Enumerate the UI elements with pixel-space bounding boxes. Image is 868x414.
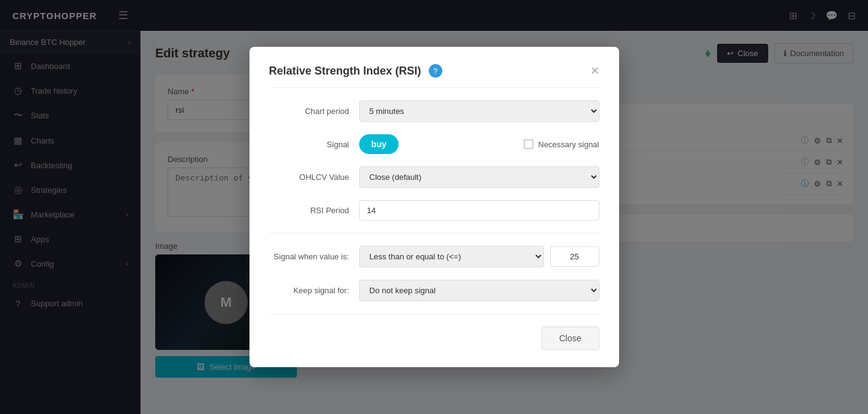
signal-when-label: Signal when value is: — [269, 252, 349, 261]
ohlcv-select[interactable]: Close (default) Open High Low Volume — [359, 166, 599, 188]
modal-close-button[interactable]: Close — [541, 327, 599, 350]
signal-when-controls: Less than or equal to (<=) Greater than … — [359, 246, 599, 267]
signal-controls: buy Necessary signal — [359, 134, 599, 154]
chart-period-select[interactable]: 5 minutes 15 minutes 30 minutes 1 hour 4… — [359, 100, 599, 122]
necessary-signal-container: Necessary signal — [524, 139, 599, 149]
modal-footer: Close — [269, 327, 599, 350]
modal-close-x-button[interactable]: ✕ — [590, 64, 599, 78]
rsi-modal: Relative Strength Index (RSI) ? ✕ Chart … — [249, 47, 619, 367]
keep-signal-label: Keep signal for: — [269, 286, 349, 295]
necessary-signal-label: Necessary signal — [538, 140, 599, 149]
rsi-period-input[interactable] — [359, 200, 599, 221]
chart-period-row: Chart period 5 minutes 15 minutes 30 min… — [269, 100, 599, 122]
modal-footer-divider — [269, 314, 599, 314]
signal-label: Signal — [269, 140, 349, 149]
modal-header: Relative Strength Index (RSI) ? ✕ — [269, 64, 599, 88]
necessary-signal-checkbox[interactable] — [524, 139, 533, 149]
rsi-period-label: RSI Period — [269, 206, 349, 215]
modal-title: Relative Strength Index (RSI) — [269, 65, 421, 78]
keep-signal-select[interactable]: Do not keep signal 1 candle 2 candles 3 … — [359, 280, 599, 301]
keep-signal-row: Keep signal for: Do not keep signal 1 ca… — [269, 280, 599, 301]
signal-threshold-input[interactable] — [550, 246, 599, 267]
ohlcv-row: OHLCV Value Close (default) Open High Lo… — [269, 166, 599, 188]
modal-divider — [269, 233, 599, 233]
modal-help-button[interactable]: ? — [429, 64, 442, 78]
rsi-period-row: RSI Period — [269, 200, 599, 221]
ohlcv-label: OHLCV Value — [269, 172, 349, 182]
signal-row: Signal buy Necessary signal — [269, 134, 599, 154]
signal-when-row: Signal when value is: Less than or equal… — [269, 246, 599, 267]
chart-period-label: Chart period — [269, 107, 349, 116]
modal-overlay: Relative Strength Index (RSI) ? ✕ Chart … — [0, 0, 868, 414]
buy-signal-button[interactable]: buy — [359, 134, 399, 154]
signal-when-select[interactable]: Less than or equal to (<=) Greater than … — [359, 246, 544, 267]
